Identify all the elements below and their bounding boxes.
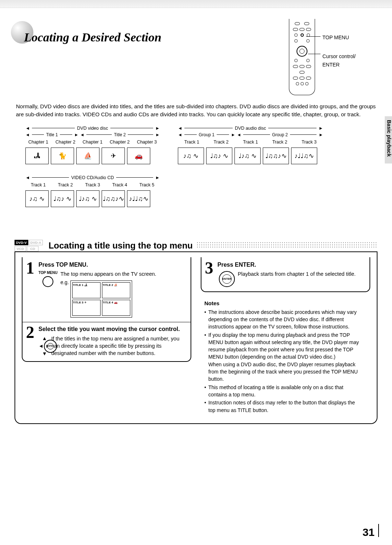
- eg-title-grid: TITLE 1 🏞 TITLE 2 ⛵ TITLE 3 ✈ TITLE 4 🚗: [70, 280, 132, 318]
- page-number: 31: [363, 526, 375, 538]
- cursor-control-icon: ▲▼◄► ENTER: [41, 336, 48, 356]
- format-badge-dvdv: DVD-V: [15, 240, 28, 245]
- chapter-thumb: ⛵: [76, 148, 99, 164]
- page: Locating a Desired Section TOP MENU: [0, 8, 392, 431]
- note-item: Instruction notes of discs may refer to …: [208, 399, 363, 414]
- diagram-vcd: ◄VIDEO CD/Audio CD► Track 1 Track 2 Trac…: [25, 175, 160, 207]
- remote-labels: TOP MENU Cursor control/ ENTER: [322, 33, 356, 69]
- notes-heading: Notes: [204, 299, 363, 307]
- format-badge-cd: CD: [27, 246, 38, 251]
- side-tab: Basic playback: [385, 116, 392, 164]
- track-thumb: ♩♪♫ ∿: [76, 190, 99, 207]
- page-title: Locating a Desired Section: [24, 31, 162, 44]
- diagram-dvd-video: ◄DVD video disc► ◄Title 1► ◄Title 2► Cha…: [25, 126, 160, 164]
- remote-label-enter: ENTER: [322, 61, 356, 69]
- section-header: DVD-V DVD-A VCD CD Locating a title usin…: [15, 240, 377, 252]
- track-thumb: ♩♫♪ ∿: [206, 148, 232, 164]
- track-thumb: ♪♩♩♫∿: [127, 190, 150, 207]
- remote-label-cursor: Cursor control/: [322, 52, 356, 60]
- chapter-thumb: 🏞: [25, 148, 49, 164]
- track-thumb: ♩♫♫♪∿: [102, 190, 125, 207]
- track-thumb: ♩♫♫♪∿: [263, 148, 289, 164]
- chapter-thumb: ✈: [102, 148, 125, 164]
- track-thumb: ♪♫ ∿: [178, 148, 204, 164]
- format-badge-dvda: DVD-A: [29, 240, 43, 245]
- track-thumb: ♩♫♪ ∿: [51, 190, 74, 207]
- page-number-bar: [378, 524, 379, 537]
- remote-illustration: [289, 19, 315, 95]
- step-1: 1 Press TOP MENU. TOP MENU The top menu …: [23, 257, 191, 318]
- chapter-thumb: 🚗: [127, 148, 150, 164]
- enter-button-icon: ENTER: [219, 271, 235, 287]
- section-title: Locating a title using the top menu: [49, 241, 193, 251]
- track-thumb: ♩♪♫ ∿: [234, 148, 261, 164]
- chapter-thumb: 🐈: [51, 148, 74, 164]
- step-3: 3 Press ENTER. ENTER Playback starts fro…: [201, 257, 369, 287]
- note-item: The instructions above describe basic pr…: [208, 308, 363, 331]
- notes-block: Notes The instructions above describe ba…: [201, 297, 370, 414]
- track-thumb: ♪♩♩♫∿: [291, 148, 317, 164]
- diagram-dvd-audio: ◄DVD audio disc► ◄Group 1► ◄Group 2► Tra…: [178, 126, 323, 164]
- format-badge-vcd: VCD: [15, 246, 26, 251]
- intro-paragraph: Normally, DVD video discs are divided in…: [16, 102, 376, 118]
- window-stripe: [0, 0, 392, 8]
- track-thumb: ♪♫ ∿: [25, 190, 49, 207]
- remote-label-topmenu: TOP MENU: [322, 33, 356, 41]
- note-item: This method of locating a title is avail…: [208, 384, 363, 399]
- step-2: 2 Select the title you want moving the c…: [23, 322, 191, 357]
- note-item: If you display the top menu during playb…: [208, 331, 363, 383]
- topmenu-button-icon: TOP MENU: [38, 270, 57, 287]
